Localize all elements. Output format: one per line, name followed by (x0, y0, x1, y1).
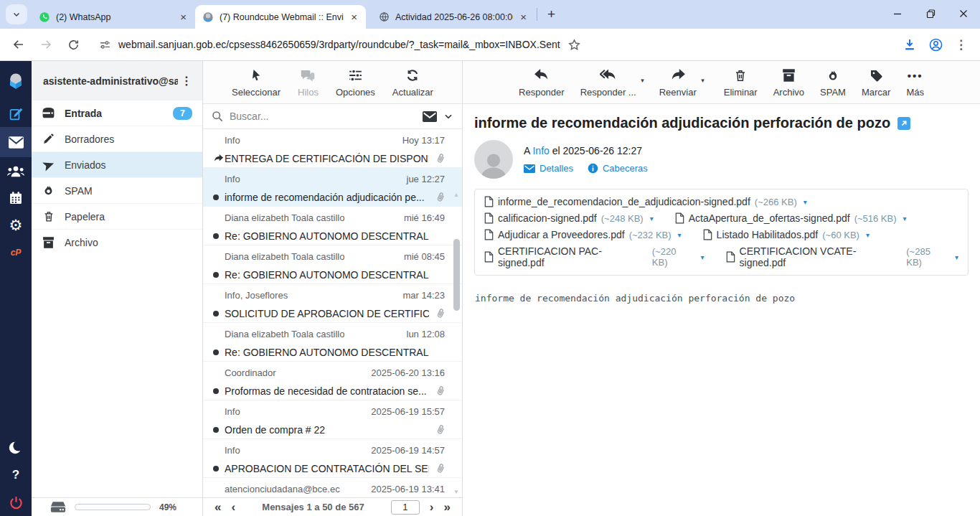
last-page-button[interactable]: » (444, 501, 451, 513)
attachment-menu-caret[interactable]: ▾ (866, 231, 870, 239)
downloads-icon[interactable] (903, 37, 917, 52)
calendar-nav-button[interactable] (0, 184, 32, 212)
forwarded-icon (213, 154, 224, 163)
send-icon (42, 158, 55, 172)
logout-button[interactable] (0, 489, 32, 516)
minimize-button[interactable] (881, 0, 914, 27)
folder-sent[interactable]: Enviados (32, 152, 202, 178)
account-menu-icon[interactable]: ⋮ (178, 74, 195, 88)
first-page-button[interactable]: « (215, 501, 221, 513)
attachment-chip[interactable]: calificacion-signed.pdf (~248 KB) ▾ (484, 212, 654, 224)
tab-whatsapp[interactable]: (2) WhatsApp × (32, 5, 195, 29)
attachment-chip[interactable]: ActaApertura_de_ofertas-signed.pdf (~516… (675, 212, 907, 224)
omnibox[interactable]: webmail.sanjuan.gob.ec/cpsess8462650659/… (89, 38, 892, 52)
headers-toggle[interactable]: Cabeceras (588, 163, 648, 174)
new-tab-button[interactable]: + (539, 5, 564, 24)
search-scope-mail-icon[interactable] (423, 111, 437, 122)
tab-close-icon[interactable]: × (349, 11, 359, 23)
message-list-item[interactable]: atencionciudadana@bce.ec 2025-06-19 13:4… (203, 478, 462, 497)
forward-menu-caret[interactable]: ▾ (701, 77, 705, 84)
archive-button[interactable]: Archivo (773, 67, 804, 103)
next-page-button[interactable]: › (430, 501, 434, 513)
cpanel-button[interactable]: cP (0, 239, 32, 266)
reply-button[interactable]: Responder (519, 67, 565, 103)
tab-close-icon[interactable]: × (519, 11, 528, 23)
folder-inbox[interactable]: Entrada 7 (32, 100, 202, 126)
message-list-item-selected[interactable]: Info jue 12:27 informe de recomendación … (203, 168, 462, 207)
restore-icon (926, 9, 936, 19)
folder-trash[interactable]: Papelera (32, 204, 202, 230)
tab-actividad[interactable]: Actividad 2025-06-26 08:00:00 × (372, 5, 535, 29)
restore-button[interactable] (914, 0, 947, 27)
bookmark-star-icon[interactable] (567, 38, 581, 52)
scroll-up-icon[interactable]: ▲ (453, 192, 459, 199)
more-button[interactable]: ••• Más (906, 67, 924, 103)
back-button[interactable] (7, 33, 30, 56)
dark-mode-button[interactable] (0, 434, 32, 461)
site-settings-icon[interactable] (99, 39, 111, 51)
compose-button[interactable] (0, 100, 32, 127)
message-subject: informe de recomendación adjudicación pe… (225, 192, 429, 203)
refresh-button[interactable]: Actualizar (392, 67, 433, 103)
attachment-chip[interactable]: CERTIFICACION VCATE-signed.pdf (~285 KB)… (726, 245, 958, 268)
select-button[interactable]: Seleccionar (232, 67, 281, 103)
contacts-nav-button[interactable] (0, 157, 32, 184)
delete-button[interactable]: Eliminar (724, 67, 758, 103)
profile-icon[interactable] (928, 37, 943, 52)
folder-spam[interactable]: SPAM (32, 178, 202, 204)
attachment-size: (~220 KB) (652, 246, 694, 268)
reload-button[interactable] (62, 33, 85, 56)
reply-all-button[interactable]: Responder ... ▾ (580, 67, 636, 103)
tab-search-button[interactable] (6, 4, 27, 24)
forward-button[interactable] (34, 33, 57, 56)
message-list-item[interactable]: Diana elizabeth Toala castillo mié 08:45… (203, 245, 462, 284)
close-button[interactable] (947, 0, 980, 27)
list-scrollbar[interactable]: ▲ ▼ (451, 192, 461, 496)
message-list-item[interactable]: Diana elizabeth Toala castillo lun 12:08… (203, 323, 462, 362)
recipient-link[interactable]: Info (532, 145, 549, 156)
help-button[interactable]: ? (0, 461, 32, 489)
search-input[interactable] (230, 111, 416, 122)
spam-button[interactable]: SPAM (820, 67, 846, 103)
folder-label: SPAM (65, 185, 93, 197)
prev-page-button[interactable]: ‹ (231, 501, 235, 513)
message-list-item[interactable]: Diana elizabeth Toala castillo mié 16:49… (203, 207, 462, 245)
settings-nav-button[interactable]: ⚙ (0, 212, 32, 239)
attachment-chip[interactable]: Listado Habilitados.pdf (~60 KB) ▾ (703, 229, 870, 240)
message-list-item[interactable]: Coordinador 2025-06-20 13:16 Proformas d… (203, 362, 462, 400)
mark-button[interactable]: Marcar (862, 67, 890, 103)
attachment-menu-caret[interactable]: ▾ (804, 198, 807, 206)
tab-close-icon[interactable]: × (179, 11, 188, 23)
folder-archive[interactable]: Archivo (32, 230, 202, 255)
browser-titlebar: (2) WhatsApp × (7) Roundcube Webmail :: … (0, 0, 980, 29)
attachment-menu-caret[interactable]: ▾ (701, 253, 705, 261)
attachment-chip[interactable]: informe_de_recomendacion_de_adjudicacion… (484, 196, 807, 207)
tab-roundcube[interactable]: (7) Roundcube Webmail :: Envia × (195, 5, 366, 29)
forward-button[interactable]: Reenviar ▾ (659, 67, 697, 103)
folder-drafts[interactable]: Borradores (32, 126, 202, 152)
attachment-chip[interactable]: CERTIFICACION PAC-signed.pdf (~220 KB) ▾ (484, 245, 705, 268)
pdf-file-icon (484, 229, 494, 240)
search-options-chevron-icon[interactable] (443, 111, 453, 121)
mail-nav-button[interactable] (0, 127, 32, 157)
trash-icon (734, 67, 747, 83)
details-toggle[interactable]: Detalles (524, 163, 573, 174)
attachment-menu-caret[interactable]: ▾ (955, 253, 958, 261)
attachment-menu-caret[interactable]: ▾ (650, 215, 654, 222)
message-list-item[interactable]: Info Hoy 13:17 ENTREGA DE CERTIFICACIÓN … (203, 129, 462, 168)
attachment-menu-caret[interactable]: ▾ (678, 231, 682, 239)
reply-all-menu-caret[interactable]: ▾ (641, 77, 644, 84)
attachment-menu-caret[interactable]: ▾ (903, 215, 907, 222)
url-text[interactable]: webmail.sanjuan.gob.ec/cpsess8462650659/… (118, 39, 560, 50)
message-list-item[interactable]: Info 2025-06-19 15:57 Orden de compra # … (203, 400, 462, 439)
chrome-menu-icon[interactable]: ⋮ (955, 37, 967, 52)
message-list-item[interactable]: Info 2025-06-19 14:57 APROBACION DE CONT… (203, 439, 462, 478)
page-number-input[interactable] (391, 500, 420, 515)
scroll-down-icon[interactable]: ▼ (453, 489, 459, 496)
options-button[interactable]: Opciones (336, 67, 375, 103)
threads-button[interactable]: Hilos (298, 67, 319, 103)
message-list-item[interactable]: Info, Joseflores mar 14:23 SOLICITUD DE … (203, 284, 462, 323)
attachment-chip[interactable]: Adjudicar a Proveedores.pdf (~232 KB) ▾ (484, 229, 682, 240)
scrollbar-thumb[interactable] (453, 239, 460, 311)
open-in-new-window-icon[interactable] (897, 117, 910, 130)
